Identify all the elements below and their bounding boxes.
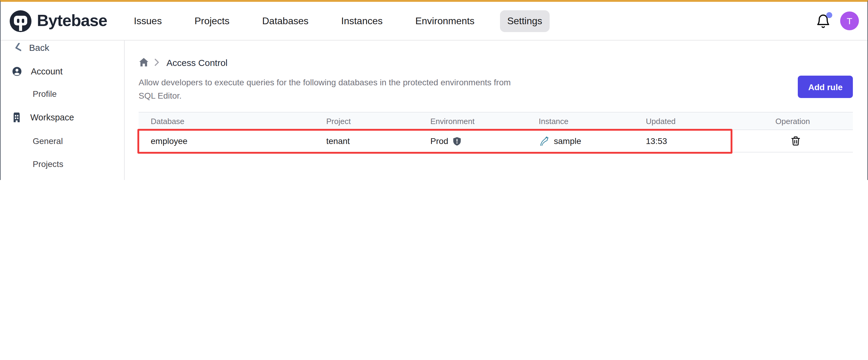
nav-item-instances[interactable]: Instances — [334, 10, 390, 32]
avatar[interactable]: T — [840, 11, 859, 30]
sidebar-item-label: Projects — [33, 159, 63, 169]
cell-updated: 13:53 — [634, 136, 763, 146]
chevron-right-icon — [154, 59, 159, 66]
top-navbar: Bytebase Issues Projects Databases Insta… — [1, 2, 867, 40]
breadcrumb-current: Access Control — [166, 57, 227, 67]
add-rule-button[interactable]: Add rule — [798, 76, 853, 98]
mysql-dolphin-icon — [539, 136, 550, 146]
sidebar-item-members[interactable]: Members — [1, 176, 124, 180]
sidebar-item-general[interactable]: General — [1, 130, 124, 152]
table-row[interactable]: employee tenant Prod — [138, 130, 853, 153]
sidebar-item-label: Profile — [33, 89, 57, 99]
sidebar-section-workspace[interactable]: Workspace — [1, 105, 124, 130]
cell-operation — [763, 136, 853, 146]
column-header-instance: Instance — [527, 117, 634, 126]
cell-database: employee — [138, 136, 314, 146]
bytebase-logo[interactable]: Bytebase — [9, 9, 107, 32]
column-header-operation: Operation — [763, 117, 853, 126]
sidebar-section-label: Account — [31, 67, 63, 76]
table-header-row: Database Project Environment Instance Up… — [138, 112, 853, 130]
cell-environment: Prod — [418, 136, 527, 146]
back-label: Back — [29, 42, 49, 52]
nav-item-environments[interactable]: Environments — [408, 10, 482, 32]
column-header-database: Database — [138, 117, 314, 126]
bytebase-logo-icon — [9, 9, 32, 32]
home-icon[interactable] — [138, 58, 149, 67]
environment-name: Prod — [430, 136, 448, 146]
settings-sidebar: Back Account Profile — [1, 40, 125, 180]
sidebar-section-account[interactable]: Account — [1, 60, 124, 83]
app-window: Bytebase Issues Projects Databases Insta… — [0, 0, 868, 180]
bytebase-wordmark: Bytebase — [37, 11, 107, 30]
user-circle-icon — [12, 67, 22, 76]
instance-name: sample — [554, 136, 581, 146]
page-description: Allow developers to execute queries for … — [138, 76, 511, 102]
navbar-right: T — [816, 11, 859, 30]
main-nav: Issues Projects Databases Instances Envi… — [126, 10, 549, 32]
back-button[interactable]: Back — [1, 40, 124, 58]
column-header-project: Project — [314, 117, 418, 126]
sidebar-item-label: General — [33, 136, 63, 146]
sidebar-item-profile[interactable]: Profile — [1, 83, 124, 105]
protected-shield-icon — [453, 136, 461, 145]
cell-instance: sample — [527, 136, 634, 146]
column-header-updated: Updated — [634, 117, 763, 126]
sidebar-section-label: Workspace — [30, 112, 74, 122]
column-header-environment: Environment — [418, 117, 527, 126]
notification-dot — [826, 12, 832, 18]
building-icon — [12, 112, 21, 122]
nav-item-databases[interactable]: Databases — [255, 10, 316, 32]
delete-rule-button[interactable] — [791, 136, 800, 146]
nav-item-issues[interactable]: Issues — [126, 10, 169, 32]
nav-item-projects[interactable]: Projects — [187, 10, 237, 32]
sidebar-item-projects[interactable]: Projects — [1, 152, 124, 176]
cell-project: tenant — [314, 136, 418, 146]
access-rules-table: Database Project Environment Instance Up… — [138, 112, 853, 153]
breadcrumb: Access Control — [138, 56, 853, 68]
chevron-left-icon — [14, 43, 21, 52]
nav-item-settings[interactable]: Settings — [500, 10, 550, 32]
main-content: Access Control Allow developers to execu… — [125, 40, 867, 180]
notification-bell-button[interactable] — [816, 13, 830, 28]
